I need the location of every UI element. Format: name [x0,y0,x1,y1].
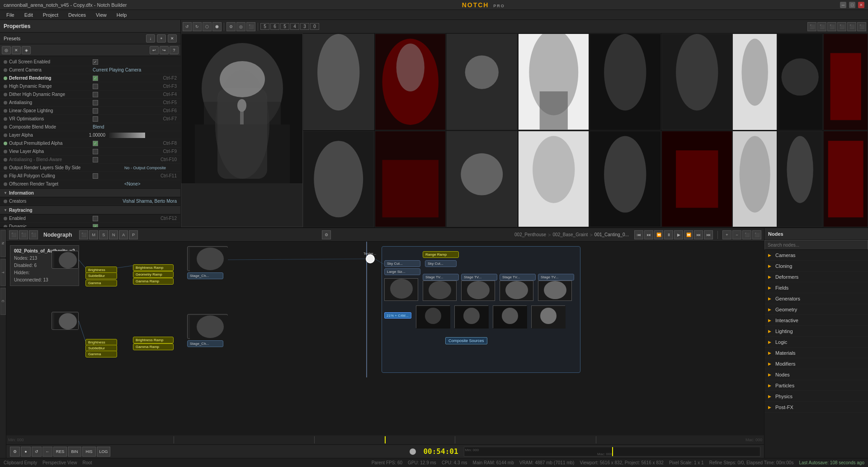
pb-res[interactable]: RES [53,447,67,457]
prop-tb-btn-1[interactable]: ◎ [2,46,11,54]
ng-node-main-2[interactable]: Stage_Ch... [187,340,223,347]
prop-checkbox-view-alpha[interactable] [93,149,98,154]
cat-particles[interactable]: ▶ Particles [764,380,868,391]
cat-geometry[interactable]: ▶ Geometry [764,304,868,315]
play-prev-button[interactable]: ⏭ [644,230,653,239]
section-raytracing[interactable]: Raytracing [0,205,180,214]
timeline-strip[interactable]: Min: 000 Mac: 000 [464,447,760,457]
ng-settings[interactable]: ⚙ [322,230,331,239]
cat-materials[interactable]: ▶ Materials [764,348,868,358]
prop-checkbox-hdr[interactable] [93,84,98,89]
cat-fields[interactable]: ▶ Fields [764,282,868,293]
ng-node-brightness-ramp[interactable]: Brightness Ramp [133,264,174,271]
ng-r-3[interactable]: ⬛ [742,230,751,239]
prop-tb-btn-2[interactable]: ✕ [12,46,21,54]
menu-file[interactable]: File [2,11,19,19]
ng-node-main-1[interactable]: Stage_Ch... [187,272,223,279]
vp-tool-3[interactable]: ⬡ [203,22,212,31]
cat-logic[interactable]: ▶ Logic [764,337,868,348]
cat-cloning[interactable]: ▶ Cloning [764,261,868,272]
side-tab-timeline[interactable]: T [0,259,6,286]
vp-tool-5[interactable]: ⚙ [226,22,236,31]
ng-r-2[interactable]: − [732,230,741,239]
prop-checkbox-flip-culling[interactable] [93,173,98,179]
section-information[interactable]: Information [0,188,180,197]
prop-checkbox-rt-dynamic[interactable]: ✓ [93,224,98,228]
alpha-slider[interactable] [109,133,145,138]
play-rewind-button[interactable]: ⏪ [654,230,663,239]
prop-tb-btn-6[interactable]: ? [170,46,179,54]
nodegraph-canvas[interactable]: 002_Points_of_Authority_v2 Nodes: 213 Di… [6,242,764,435]
ng-tool-3[interactable]: S [99,230,108,239]
node-search-input[interactable] [768,243,865,248]
presets-save-button[interactable]: ↓ [146,34,155,43]
presets-add-button[interactable]: + [157,34,166,43]
ng-btn-2[interactable]: ⬛ [19,230,28,239]
vp-right-1[interactable]: ⬛ [807,22,816,31]
vp-tool-7[interactable]: ⬛ [246,22,255,31]
prop-checkbox-deferred[interactable]: ✓ [93,76,98,81]
pb-back[interactable]: ← [42,447,52,457]
ng-node-range-ramp[interactable]: Range Ramp [423,251,459,258]
breadcrumb-3[interactable]: 001_Canting_0... [594,232,629,237]
ng-node-gamma-ramp-2[interactable]: Gamma Ramp [133,343,174,350]
play-end-button[interactable]: ⏭ [704,230,713,239]
prop-checkbox-linear[interactable] [93,108,98,114]
cat-cameras[interactable]: ▶ Cameras [764,250,868,261]
cat-modifiers[interactable]: ▶ Modifiers [764,358,868,369]
ng-node-brightness-2[interactable]: SubtleBlur [85,272,117,279]
side-tab-nodegraph[interactable]: N [0,230,6,257]
menu-help[interactable]: Help [112,11,132,19]
menu-view[interactable]: View [91,11,111,19]
cat-deformers[interactable]: ▶ Deformers [764,272,868,282]
ng-connection-node[interactable] [366,254,375,263]
ng-btn-1[interactable]: ⬛ [9,230,18,239]
ng-node-brightness-ramp-2[interactable]: Brightness Ramp [133,337,174,343]
minimize-button[interactable]: ─ [840,2,846,8]
vp-tool-2[interactable]: ↻ [193,22,202,31]
ng-r-1[interactable]: + [722,230,731,239]
ng-node-g3[interactable]: Sky Cut... [425,260,457,267]
vp-right-4[interactable]: ⬛ [837,22,846,31]
play-play-button[interactable]: ▶ [674,230,683,239]
prop-tb-btn-5[interactable]: ↪ [160,46,169,54]
menu-edit[interactable]: Edit [20,11,38,19]
vp-right-5[interactable]: ⬛ [847,22,856,31]
ng-stage-3[interactable]: Stage TV... [500,274,536,281]
ng-node-geometry-ramp[interactable]: Geometry Ramp [133,271,174,278]
prop-checkbox[interactable]: ✓ [93,59,98,65]
cat-lighting[interactable]: ▶ Lighting [764,326,868,337]
presets-close-button[interactable]: ✕ [168,34,177,43]
vp-right-6[interactable]: ⬛ [857,22,866,31]
cat-nodes[interactable]: ▶ Nodes [764,369,868,380]
ng-node-gamma-ramp[interactable]: Gamma Ramp [133,278,174,285]
ng-node-blue-1[interactable]: 21% + C4M... [384,312,411,319]
ng-tool-5[interactable]: A [119,230,128,239]
ng-tool-6[interactable]: P [129,230,138,239]
vp-tool-1[interactable]: ↺ [183,22,192,31]
prop-checkbox-rt-enabled[interactable] [93,216,98,221]
ng-node-gamma[interactable]: Gamma [85,280,117,286]
vp-right-2[interactable]: ⬛ [817,22,826,31]
play-ff-button[interactable]: ⏩ [684,230,693,239]
ng-node-g1[interactable]: Sky Cut... [384,260,420,267]
vp-tool-6[interactable]: ◎ [236,22,245,31]
cat-generators[interactable]: ▶ Generators [764,293,868,304]
ng-tool-4[interactable]: N [109,230,118,239]
cat-physics[interactable]: ▶ Physics [764,391,868,402]
ng-stage-1[interactable]: Stage TV... [423,274,459,281]
ng-stage-2[interactable]: Stage TV... [461,274,497,281]
prop-checkbox-aa[interactable] [93,100,98,105]
ng-tool-1[interactable]: ⬛ [79,230,88,239]
vp-right-3[interactable]: ⬛ [827,22,836,31]
menu-project[interactable]: Project [38,11,63,19]
close-button[interactable]: ✕ [858,2,864,8]
prop-checkbox-vr[interactable] [93,116,98,122]
prop-tb-btn-4[interactable]: ↩ [150,46,159,54]
cat-postfx[interactable]: ▶ Post-FX [764,402,868,413]
ng-node-gamma-2[interactable]: Gamma [85,351,117,357]
menu-devices[interactable]: Devices [64,11,90,19]
ng-node-g2[interactable]: Large Siz... [384,268,420,275]
ng-r-4[interactable]: ⬛ [752,230,761,239]
play-pause-button[interactable]: ⏸ [664,230,673,239]
